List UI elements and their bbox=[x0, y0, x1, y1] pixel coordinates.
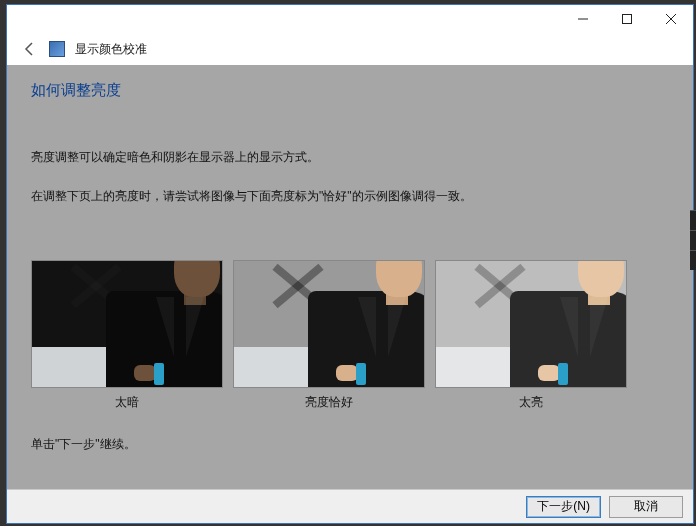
example-too-bright: 太亮 bbox=[435, 260, 627, 411]
next-button[interactable]: 下一步(N) bbox=[526, 496, 601, 518]
continue-prompt: 单击"下一步"继续。 bbox=[31, 435, 669, 454]
maximize-icon bbox=[622, 14, 632, 24]
close-icon bbox=[666, 14, 676, 24]
app-icon bbox=[49, 41, 65, 57]
thumb-good bbox=[233, 260, 425, 388]
caption-good: 亮度恰好 bbox=[305, 394, 353, 411]
back-icon bbox=[21, 41, 37, 57]
content-area: 如何调整亮度 亮度调整可以确定暗色和阴影在显示器上的显示方式。 在调整下页上的亮… bbox=[7, 65, 693, 489]
brightness-examples: 太暗 亮度恰好 太亮 bbox=[31, 260, 669, 411]
desktop-edge-strip bbox=[690, 210, 696, 270]
thumb-too-bright bbox=[435, 260, 627, 388]
caption-too-dark: 太暗 bbox=[115, 394, 139, 411]
svg-line-3 bbox=[666, 14, 676, 24]
thumb-too-dark bbox=[31, 260, 223, 388]
minimize-button[interactable] bbox=[561, 5, 605, 33]
cancel-button-label: 取消 bbox=[634, 498, 658, 515]
page-heading: 如何调整亮度 bbox=[31, 81, 669, 100]
example-too-dark: 太暗 bbox=[31, 260, 223, 411]
svg-rect-1 bbox=[623, 15, 632, 24]
example-good: 亮度恰好 bbox=[233, 260, 425, 411]
cancel-button[interactable]: 取消 bbox=[609, 496, 683, 518]
window-display-color-calibration: 显示颜色校准 如何调整亮度 亮度调整可以确定暗色和阴影在显示器上的显示方式。 在… bbox=[6, 4, 694, 524]
minimize-icon bbox=[578, 14, 588, 24]
back-button[interactable] bbox=[19, 39, 39, 59]
footer-bar: 下一步(N) 取消 bbox=[7, 489, 693, 523]
caption-too-bright: 太亮 bbox=[519, 394, 543, 411]
titlebar bbox=[7, 5, 693, 33]
svg-line-2 bbox=[666, 14, 676, 24]
header-row: 显示颜色校准 bbox=[7, 33, 693, 65]
intro-paragraph-1: 亮度调整可以确定暗色和阴影在显示器上的显示方式。 bbox=[31, 148, 669, 167]
app-title: 显示颜色校准 bbox=[75, 41, 147, 58]
close-button[interactable] bbox=[649, 5, 693, 33]
maximize-button[interactable] bbox=[605, 5, 649, 33]
next-button-label: 下一步(N) bbox=[537, 498, 590, 515]
intro-paragraph-2: 在调整下页上的亮度时，请尝试将图像与下面亮度标为"恰好"的示例图像调得一致。 bbox=[31, 187, 669, 206]
